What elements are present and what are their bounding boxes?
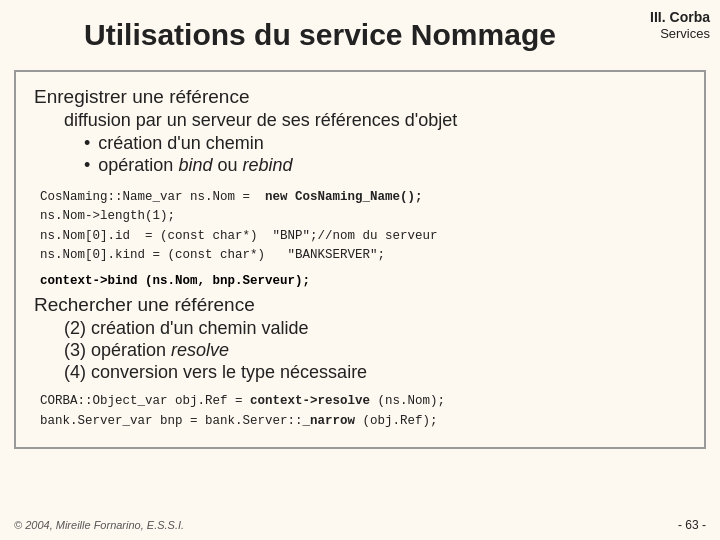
footer-right: - 63 - (678, 518, 706, 532)
code-block-1: CosNaming::Name_var ns.Nom = new CosNami… (34, 184, 686, 270)
page: III. Corba Services Utilisations du serv… (0, 0, 720, 540)
content-box: Enregistrer une référence diffusion par … (14, 70, 706, 449)
section1-heading: Enregistrer une référence (34, 86, 686, 108)
code-bind-line: context->bind (ns.Nom, bnp.Serveur); (34, 274, 686, 288)
code2-line-1: CORBA::Object_var obj.Ref = context->res… (40, 391, 680, 411)
section2-item-3: (4) conversion vers le type nécessaire (34, 362, 686, 383)
footer-left: © 2004, Mireille Fornarino, E.S.S.I. (14, 519, 184, 531)
bullet-dot-2: • (84, 155, 90, 176)
subtitle-label: Services (650, 26, 710, 43)
section2-item-1: (2) création d'un chemin valide (34, 318, 686, 339)
page-title: Utilisations du service Nommage (0, 0, 720, 52)
bullet-text-1: création d'un chemin (98, 133, 264, 154)
code-line-2: ns.Nom->length(1); (40, 207, 680, 226)
code-line-3: ns.Nom[0].id = (const char*) "BNP";//nom… (40, 227, 680, 246)
section2-item-2: (3) opération resolve (34, 340, 686, 361)
bullet-text-2: opération bind ou rebind (98, 155, 292, 176)
code-line-1: CosNaming::Name_var ns.Nom = new CosNami… (40, 188, 680, 207)
footer: © 2004, Mireille Fornarino, E.S.S.I. - 6… (14, 518, 706, 532)
code-block-2: CORBA::Object_var obj.Ref = context->res… (34, 389, 686, 433)
bullet-item-2: • opération bind ou rebind (34, 155, 686, 176)
bullet-item-1: • création d'un chemin (34, 133, 686, 154)
bullet-dot-1: • (84, 133, 90, 154)
chapter-label: III. Corba (650, 8, 710, 26)
code2-line-2: bank.Server_var bnp = bank.Server::_narr… (40, 411, 680, 431)
code-line-4: ns.Nom[0].kind = (const char*) "BANKSERV… (40, 246, 680, 265)
section1-subheading: diffusion par un serveur de ses référenc… (34, 110, 686, 131)
section2-heading: Rechercher une référence (34, 294, 686, 316)
top-right-label: III. Corba Services (650, 8, 710, 43)
